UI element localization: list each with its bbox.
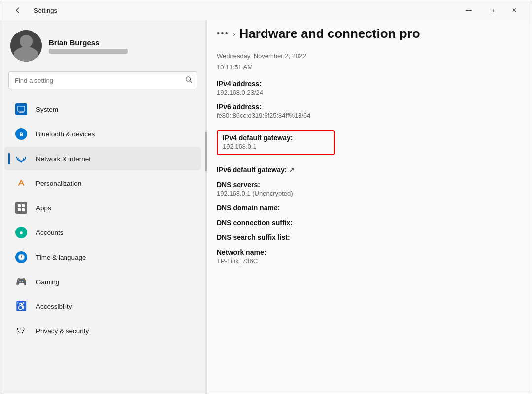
dns-connection-section: DNS connection suffix: (217, 219, 517, 227)
sidebar-item-network-label: Network & internet (36, 155, 91, 163)
dns-servers-value: 192.168.0.1 (Unencrypted) (217, 190, 517, 197)
ipv4-gateway-section: IPv4 default gateway: 192.168.0.1 (217, 130, 335, 155)
content-header: ••• › Hardware and connection pro (207, 20, 532, 47)
network-name-label: Network name: (217, 248, 517, 256)
ipv6-gateway-label: IPv6 default gateway: ↗ (217, 166, 517, 174)
sidebar-item-bluetooth[interactable]: ʙ Bluetooth & devices (4, 122, 201, 146)
svg-point-4 (21, 161, 22, 163)
sidebar-item-accounts-label: Accounts (36, 229, 64, 236)
svg-point-0 (186, 77, 191, 81)
gaming-icon: 🎮 (14, 275, 28, 289)
breadcrumb-more[interactable]: ••• (217, 29, 229, 39)
back-button[interactable] (6, 2, 29, 18)
window-title: Settings (34, 7, 57, 14)
svg-rect-2 (20, 112, 23, 113)
sidebar-item-accounts[interactable]: ● Accounts (4, 221, 201, 244)
privacy-icon: 🛡 (14, 324, 28, 338)
sidebar-item-accessibility-label: Accessibility (36, 303, 72, 310)
dns-search-label: DNS search suffix list: (217, 233, 517, 241)
dns-search-section: DNS search suffix list: (217, 233, 517, 241)
sidebar-item-gaming[interactable]: 🎮 Gaming (4, 270, 201, 294)
search-box (8, 71, 197, 89)
system-icon (14, 102, 28, 116)
sidebar-item-apps[interactable]: Apps (4, 196, 201, 220)
ipv6-address-value: fe80::86cc:d319:6f25:84ff%13/64 (217, 112, 517, 119)
apps-icon (14, 201, 28, 215)
page-title: Hardware and connection pro (239, 26, 420, 41)
sidebar-scrollbar (205, 20, 207, 394)
content-body: Wednesday, November 2, 2022 10:11:51 AM … (207, 47, 532, 394)
title-bar: Settings — □ ✕ (0, 0, 532, 20)
datetime-section: Wednesday, November 2, 2022 10:11:51 AM (217, 51, 517, 73)
dns-domain-label: DNS domain name: (217, 204, 517, 212)
date-display: Wednesday, November 2, 2022 (217, 51, 517, 62)
sidebar-item-system[interactable]: System (4, 98, 201, 121)
user-info: Brian Burgess (49, 38, 128, 54)
ipv4-address-label: IPv4 address: (217, 80, 517, 88)
ipv4-gateway-value: 192.168.0.1 (223, 143, 329, 150)
accessibility-icon: ♿ (14, 299, 28, 313)
ipv6-address-section: IPv6 address: fe80::86cc:d319:6f25:84ff%… (217, 103, 517, 119)
maximize-button[interactable]: □ (480, 2, 503, 18)
sidebar: Brian Burgess (0, 20, 205, 394)
sidebar-item-apps-label: Apps (36, 204, 51, 212)
sidebar-item-time-label: Time & language (36, 254, 86, 261)
breadcrumb-arrow: › (233, 30, 235, 38)
window-controls: — □ ✕ (458, 2, 526, 18)
content-area: ••• › Hardware and connection pro Wednes… (207, 20, 532, 394)
dns-connection-label: DNS connection suffix: (217, 219, 517, 227)
ipv4-address-value: 192.168.0.23/24 (217, 89, 517, 96)
svg-rect-6 (22, 204, 25, 207)
ipv4-gateway-label: IPv4 default gateway: (223, 134, 329, 142)
dns-servers-label: DNS servers: (217, 181, 517, 189)
bluetooth-icon: ʙ (14, 127, 28, 141)
search-icon (185, 76, 192, 85)
minimize-button[interactable]: — (458, 2, 480, 18)
network-icon (14, 152, 28, 165)
svg-rect-3 (19, 113, 24, 113)
sidebar-item-personalization[interactable]: Personalization (4, 171, 201, 195)
dns-domain-section: DNS domain name: (217, 204, 517, 212)
time-icon: 🕐 (14, 250, 28, 264)
time-display: 10:11:51 AM (217, 63, 517, 73)
network-name-value: TP-Link_736C (217, 257, 517, 264)
cursor: ↗ (289, 166, 295, 174)
ipv4-address-section: IPv4 address: 192.168.0.23/24 (217, 80, 517, 96)
svg-rect-7 (18, 208, 21, 211)
avatar (10, 30, 42, 62)
sidebar-item-network[interactable]: Network & internet (4, 147, 201, 170)
svg-rect-1 (18, 106, 25, 111)
sidebar-item-system-label: System (36, 106, 58, 113)
ipv6-gateway-section: IPv6 default gateway: ↗ (217, 166, 517, 174)
user-name: Brian Burgess (49, 38, 128, 47)
user-email (49, 49, 128, 54)
sidebar-item-privacy[interactable]: 🛡 Privacy & security (4, 319, 201, 343)
sidebar-item-accessibility[interactable]: ♿ Accessibility (4, 295, 201, 318)
svg-rect-5 (18, 204, 21, 207)
sidebar-item-gaming-label: Gaming (36, 278, 59, 286)
sidebar-item-bluetooth-label: Bluetooth & devices (36, 131, 95, 138)
dns-servers-section: DNS servers: 192.168.0.1 (Unencrypted) (217, 181, 517, 197)
network-name-section: Network name: TP-Link_736C (217, 248, 517, 264)
user-profile[interactable]: Brian Burgess (0, 20, 205, 69)
search-input[interactable] (8, 71, 197, 89)
sidebar-item-personalization-label: Personalization (36, 180, 81, 187)
svg-rect-8 (22, 208, 25, 211)
sidebar-item-privacy-label: Privacy & security (36, 328, 89, 335)
close-button[interactable]: ✕ (503, 2, 526, 18)
personalization-icon (14, 176, 28, 190)
accounts-icon: ● (14, 226, 28, 239)
sidebar-item-time[interactable]: 🕐 Time & language (4, 245, 201, 269)
ipv6-address-label: IPv6 address: (217, 103, 517, 111)
